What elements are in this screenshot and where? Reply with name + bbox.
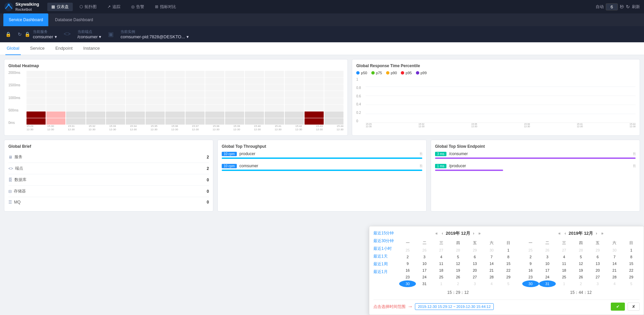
refresh-button[interactable]: ↻ [626,4,630,9]
tab-endpoint[interactable]: Endpoint [54,42,74,55]
heatmap-cell [46,105,65,111]
heatmap-cell [305,91,324,97]
brief-label-mq: ☰ MQ [8,200,20,205]
heatmap-cell [305,105,324,111]
top-nav: SkywalkingRocketbot ▦ 仪表盘 ⬡ 拓扑图 ↗ 追踪 ◎ 告… [0,0,644,13]
heatmap-cell [305,111,324,118]
throughput-bar-0 [222,158,422,159]
slow-badge-1: 1 ms [435,164,446,168]
nav-compare[interactable]: ⊞ 指标对比 [151,3,180,11]
refresh-label: 刷新 [632,4,640,10]
response-time-percentile-card: Global Response Time Percentile p50 p75 … [352,59,640,136]
nav-left: SkywalkingRocketbot ▦ 仪表盘 ⬡ 拓扑图 ↗ 追踪 ◎ 告… [4,2,180,12]
heatmap-cell [185,118,205,125]
heatmap-cell [146,105,165,111]
heatmap-cell [165,105,184,111]
heatmap-col [324,71,343,125]
slow-badge-0: 3 ms [435,152,446,156]
brief-count-service: 2 [207,155,209,160]
heatmap-cell [245,111,264,118]
response-legend: p50 p75 p90 p95 p99 [356,71,636,75]
heatmap-cell [66,118,85,125]
heatmap-cell [285,98,304,104]
heatmap-cell [126,111,145,118]
refresh-interval-input[interactable] [606,3,618,10]
heatmap-cell [126,118,145,125]
tab-instance[interactable]: Instance [82,42,101,55]
compare-icon: ⊞ [155,4,158,9]
tab-global[interactable]: Global [5,42,21,55]
seconds-label: 秒 [620,4,624,10]
heatmap-cell [106,78,125,84]
heatmap-cell [185,84,205,91]
heatmap-cell [205,98,224,104]
brief-count-storage: 0 [207,189,209,194]
nav-alarm[interactable]: ◎ 告警 [127,3,148,11]
heatmap-cell [86,98,105,104]
heatmap-cell [245,105,264,111]
endpoint-icon: <> [8,166,13,171]
tab-service[interactable]: Service [29,42,46,55]
heatmap-cell [26,71,46,77]
heatmap-cell [26,91,46,97]
heatmap-cell [86,78,105,84]
heatmap-col [205,71,224,125]
refresh-small-icon[interactable]: ↻ [18,32,22,37]
storage-icon: ⊟ [8,189,12,194]
heatmap-cell [66,91,85,97]
logo-text: SkywalkingRocketbot [15,2,39,12]
legend-p95: p95 [401,71,412,75]
nav-topology[interactable]: ⬡ 拓扑图 [75,3,101,11]
slow-copy-0[interactable]: ⎘ [633,151,636,156]
heatmap-cell [205,71,224,77]
response-x-axis: 15:2912-30 15:3212-30 15:3512-30 15:3812… [366,123,636,130]
heatmap-cell [26,84,46,91]
heatmap-cell [46,111,65,118]
throughput-copy-0[interactable]: ⎘ [420,151,422,156]
brief-row-mq: ☰ MQ 0 [8,197,209,207]
heatmap-cell [305,78,324,84]
heatmap-cell [324,105,343,111]
heatmap-cell [265,71,284,77]
heatmap-cell [66,71,85,77]
chevron-down-icon2: ▾ [99,34,101,39]
heatmap-cell [305,84,324,91]
nav-trace[interactable]: ↗ 追踪 [103,3,124,11]
server-icon: 🖥 [8,155,12,160]
heatmap-cell [265,91,284,97]
heatmap-cell [285,78,304,84]
heatmap-cell [305,98,324,104]
throughput-item-0: 10 cpm producer ⎘ [222,151,422,159]
heatmap-cell [126,105,145,111]
heatmap-cell [165,118,184,125]
service-select[interactable]: comsumer ▾ [33,34,57,39]
heatmap-x-axis: 15:2912-30 15:3012-30 15:3112-30 15:3212… [26,125,343,131]
heatmap-cell [324,111,343,118]
heatmap-cell [146,118,165,125]
heatmap-cell [106,84,125,91]
legend-dot-p95 [401,71,404,75]
chevron-down-icon: ▾ [55,34,57,39]
heatmap-cell [86,111,105,118]
heatmap-cell [205,111,224,118]
heatmap-cell [86,118,105,125]
heatmap-y-label-2: 1000ms [8,96,25,100]
heatmap-cell [165,91,184,97]
tab-database-dashboard[interactable]: Database Dashboard [50,13,98,26]
throughput-title: Global Top Throughput [222,144,422,149]
heatmap-cell [86,105,105,111]
slow-copy-1[interactable]: ⎘ [633,164,636,168]
heatmap-cell [26,111,46,118]
nav-dashboard[interactable]: ▦ 仪表盘 [47,3,73,11]
slow-header-0: 3 ms /consumer ⎘ [435,151,636,156]
legend-dot-p99 [416,71,419,75]
endpoint-select[interactable]: /consumer ▾ [77,34,102,39]
svg-point-1 [8,4,10,6]
instance-select[interactable]: comsumer-pid:7828@DESKTO... ▾ [120,34,189,39]
tab-service-dashboard[interactable]: Service Dashboard [3,13,48,26]
heatmap-col [285,71,304,125]
heatmap-cell [245,91,264,97]
heatmap-cell [126,91,145,97]
throughput-copy-1[interactable]: ⎘ [420,164,422,168]
toolbar-divider-2: ▣ [108,31,114,38]
